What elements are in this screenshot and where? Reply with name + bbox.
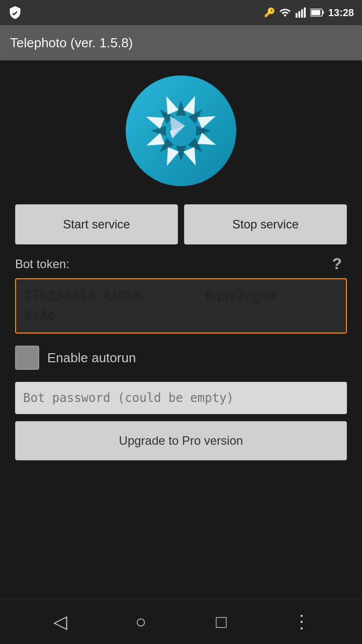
start-service-button[interactable]: Start service (15, 204, 178, 245)
autorun-label: Enable autorun (47, 350, 136, 366)
svg-rect-6 (311, 10, 320, 15)
logo-area (15, 75, 347, 186)
bottom-nav: ◁ ○ □ ⋮ (0, 599, 362, 644)
token-line1: 276333314:AAGhK BqoV7cgOW (24, 288, 276, 303)
bot-token-row: Bot token: ? (15, 255, 347, 273)
svg-rect-1 (298, 11, 300, 18)
battery-icon (310, 8, 324, 17)
help-icon[interactable]: ? (327, 255, 347, 273)
signal-icon (295, 7, 306, 18)
app-logo (126, 75, 236, 186)
key-icon: 🔑 (264, 7, 275, 18)
shield-icon (8, 6, 22, 20)
wifi-icon (279, 7, 291, 19)
stop-service-button[interactable]: Stop service (184, 204, 347, 245)
recent-apps-button[interactable]: □ (206, 607, 236, 637)
app-title: Telephoto (ver. 1.5.8) (10, 35, 133, 51)
autorun-row: Enable autorun (15, 346, 347, 370)
upgrade-button[interactable]: Upgrade to Pro version (15, 421, 347, 460)
logo-svg (136, 86, 226, 176)
password-input-wrapper[interactable] (15, 382, 347, 414)
status-bar-right: 🔑 13:28 (264, 7, 354, 19)
svg-marker-8 (170, 116, 185, 138)
token-value: 276333314:AAGhK BqoV7cgOW ksAe (24, 286, 338, 326)
token-line2: ksAe (24, 308, 56, 323)
back-button[interactable]: ◁ (45, 607, 75, 637)
bot-token-label: Bot token: (15, 257, 69, 271)
token-input-wrapper[interactable]: 276333314:AAGhK BqoV7cgOW ksAe (15, 278, 347, 334)
svg-rect-2 (301, 10, 303, 18)
svg-rect-5 (322, 11, 324, 14)
autorun-checkbox[interactable] (15, 346, 39, 370)
title-bar: Telephoto (ver. 1.5.8) (0, 25, 362, 60)
status-bar-left (8, 6, 22, 20)
main-content: Start service Stop service Bot token: ? … (0, 60, 362, 470)
home-button[interactable]: ○ (126, 607, 156, 637)
service-buttons: Start service Stop service (15, 204, 347, 245)
svg-rect-0 (296, 13, 298, 18)
password-input[interactable] (23, 391, 339, 405)
status-time: 13:28 (328, 7, 354, 19)
status-bar: 🔑 13:28 (0, 0, 362, 25)
svg-rect-3 (304, 8, 306, 18)
more-options-button[interactable]: ⋮ (287, 607, 317, 637)
